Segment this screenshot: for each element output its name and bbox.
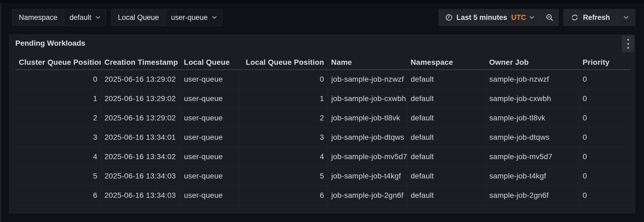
chevron-down-icon (624, 16, 628, 19)
table-cell: sample-job-nzwzf (486, 70, 579, 89)
table-cell: job-sample-job-mv5d7 (328, 147, 407, 166)
table-cell: job-sample-job-t4kgf (328, 166, 407, 186)
table-cell: 4 (15, 147, 101, 166)
panel-menu-button[interactable] (622, 35, 634, 52)
table-cell: default (407, 128, 486, 147)
table-cell: 0 (579, 166, 631, 186)
table-cell: default (407, 147, 486, 166)
table-cell: default (407, 108, 486, 128)
table-cell: 5 (15, 166, 101, 186)
table-cell: 0 (579, 147, 631, 166)
time-picker-group: Last 5 minutes UTC (439, 9, 559, 26)
chevron-down-icon (96, 16, 100, 19)
table-header-row: Cluster Queue PositionCreation Timestamp… (15, 55, 631, 70)
chevron-down-icon (529, 16, 534, 19)
table-cell: 2025-06-16 13:34:03 (101, 186, 180, 205)
table-cell: 6 (239, 186, 328, 205)
kebab-menu-icon (627, 39, 629, 49)
top-edge-strip (0, 0, 644, 3)
column-header-owner-job[interactable]: Owner Job (486, 55, 579, 70)
table-cell: 2 (239, 108, 328, 128)
column-header-name[interactable]: Name (328, 55, 407, 70)
table-row: 62025-06-16 13:34:03user-queue6job-sampl… (15, 186, 631, 205)
table-cell: 6 (15, 186, 101, 205)
table-cell: sample-job-t4kgf (486, 166, 579, 186)
table-cell: user-queue (180, 70, 239, 89)
table-cell: 2 (15, 108, 101, 128)
table-cell: sample-job-2gn6f (486, 186, 579, 205)
table-cell: job-sample-job-2gn6f (328, 186, 407, 205)
workloads-table: Cluster Queue PositionCreation Timestamp… (15, 55, 630, 205)
table-cell: 4 (239, 147, 328, 166)
table-cell: 2025-06-16 13:29:02 (101, 70, 180, 89)
clock-icon (445, 13, 453, 22)
timezone-label: UTC (511, 13, 526, 22)
table-cell: job-sample-job-nzwzf (328, 70, 407, 89)
column-header-namespace[interactable]: Namespace (407, 55, 486, 70)
variable-local-queue-selected: user-queue (171, 13, 208, 22)
table-cell: 1 (239, 89, 328, 108)
refresh-icon (571, 13, 579, 22)
table-cell: 0 (579, 128, 631, 147)
refresh-interval-dropdown[interactable] (617, 9, 635, 26)
variable-local-queue: Local Queue user-queue (111, 9, 222, 26)
table-cell: job-sample-job-dtqws (328, 128, 407, 147)
table-cell: default (407, 89, 486, 108)
table-cell: 2025-06-16 13:34:03 (101, 166, 180, 186)
table-cell: sample-job-mv5d7 (486, 147, 579, 166)
table-row: 22025-06-16 13:29:02user-queue2job-sampl… (15, 108, 631, 128)
variable-namespace: Namespace default (12, 9, 106, 26)
table-cell: 1 (15, 89, 101, 108)
time-range-label: Last 5 minutes (456, 13, 507, 22)
table-cell: 3 (239, 128, 328, 147)
table-cell: job-sample-job-cxwbh (328, 89, 407, 108)
table-cell: 0 (239, 70, 328, 89)
table-cell: 0 (579, 70, 631, 89)
table-cell: sample-job-tl8vk (486, 108, 579, 128)
column-header-creation-timestamp[interactable]: Creation Timestamp (101, 55, 180, 70)
table-cell: user-queue (180, 108, 239, 128)
table-cell: 2025-06-16 13:29:02 (101, 89, 180, 108)
table-cell: 3 (15, 128, 101, 147)
table-cell: default (407, 166, 486, 186)
refresh-group: Refresh (564, 9, 635, 26)
table-row: 02025-06-16 13:29:02user-queue0job-sampl… (15, 70, 631, 89)
table-cell: 0 (579, 89, 631, 108)
table-cell: user-queue (180, 128, 239, 147)
dashboard-toolbar: Namespace default Local Queue user-queue (12, 9, 635, 26)
table-cell: user-queue (180, 186, 239, 205)
panel-title: Pending Workloads (15, 39, 85, 48)
zoom-out-icon (546, 13, 554, 22)
column-header-priority[interactable]: Priority (579, 55, 631, 70)
zoom-out-button[interactable] (540, 9, 558, 26)
variable-namespace-selected: default (69, 13, 91, 22)
table-cell: 0 (579, 108, 631, 128)
refresh-label: Refresh (583, 13, 610, 22)
table-row: 42025-06-16 13:34:02user-queue4job-sampl… (15, 147, 631, 166)
variable-local-queue-label: Local Queue (111, 9, 166, 26)
variable-namespace-value-dropdown[interactable]: default (64, 9, 106, 26)
table-cell: 0 (15, 70, 101, 89)
pending-workloads-panel: Pending Workloads Cluster Queue Position… (9, 34, 635, 213)
variable-namespace-label: Namespace (12, 9, 64, 26)
table-cell: user-queue (180, 147, 239, 166)
column-header-local-queue-position[interactable]: Local Queue Position (239, 55, 328, 70)
table-cell: job-sample-job-tl8vk (328, 108, 407, 128)
refresh-button[interactable]: Refresh (564, 9, 617, 26)
table-row: 12025-06-16 13:29:02user-queue1job-sampl… (15, 89, 631, 108)
column-header-local-queue[interactable]: Local Queue (180, 55, 239, 70)
table-cell: 2025-06-16 13:29:02 (101, 108, 180, 128)
variable-local-queue-value-dropdown[interactable]: user-queue (166, 9, 222, 26)
chevron-down-icon (212, 16, 217, 19)
panel-header: Pending Workloads (9, 35, 635, 52)
toolbar-right: Last 5 minutes UTC (439, 9, 635, 26)
table-cell: 5 (239, 166, 328, 186)
table-cell: default (407, 70, 486, 89)
table-row: 32025-06-16 13:34:01user-queue3job-sampl… (15, 128, 631, 147)
column-header-cluster-queue-position[interactable]: Cluster Queue Position (15, 55, 101, 70)
table-cell: sample-job-cxwbh (486, 89, 579, 108)
table-cell: 2025-06-16 13:34:02 (101, 147, 180, 166)
time-range-picker-button[interactable]: Last 5 minutes UTC (439, 9, 540, 26)
table-cell: 0 (579, 186, 631, 205)
table-cell: user-queue (180, 89, 239, 108)
